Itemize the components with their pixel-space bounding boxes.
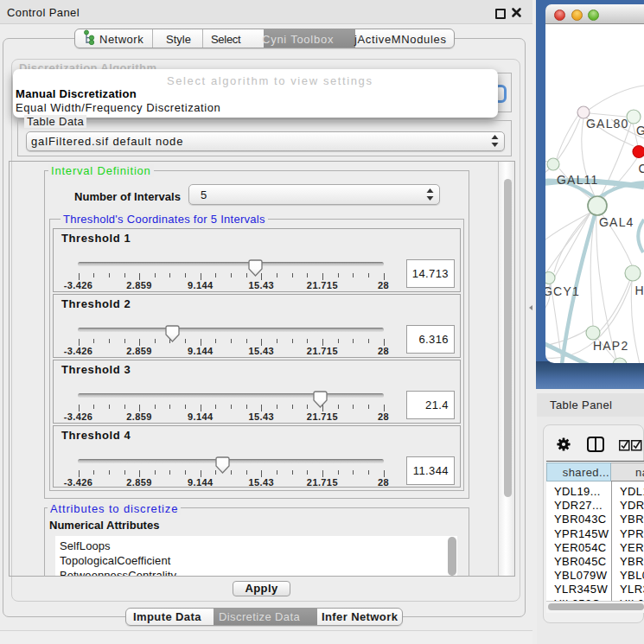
svg-text:GA: GA [636, 124, 644, 137]
svg-text:C: C [639, 162, 644, 175]
svg-text:GAL4: GAL4 [599, 215, 634, 229]
svg-text:GAL11: GAL11 [557, 173, 599, 187]
svg-text:H: H [635, 284, 644, 297]
svg-text:GAL80: GAL80 [586, 117, 629, 131]
svg-text:HAP2: HAP2 [593, 339, 628, 353]
svg-text:GCY1: GCY1 [545, 284, 580, 298]
